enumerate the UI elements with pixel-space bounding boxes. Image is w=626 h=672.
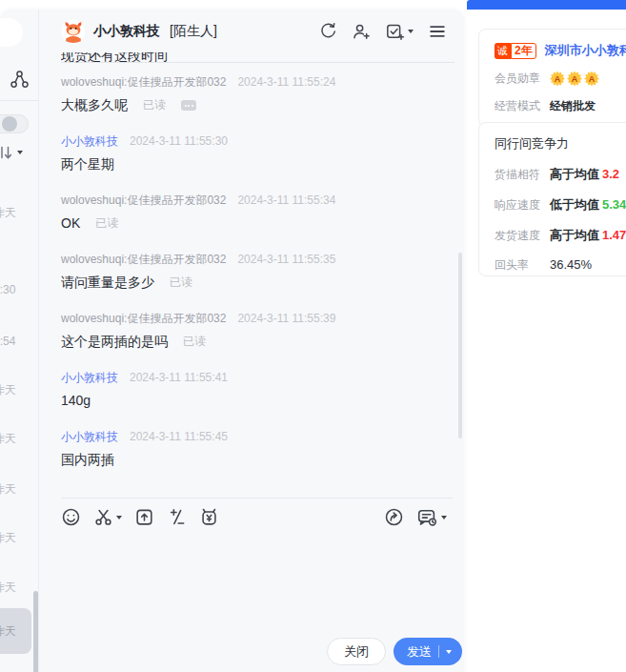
message-text: 国内两插 — [61, 451, 114, 469]
send-button[interactable]: 发送 — [394, 638, 462, 665]
medal-label: 会员勋章 — [495, 71, 550, 87]
message-more-icon[interactable] — [181, 100, 196, 111]
screenshot-button[interactable] — [93, 507, 122, 527]
header-actions — [319, 22, 447, 41]
chevron-down-icon[interactable] — [446, 650, 452, 654]
message-meta: woloveshuqi:促佳搜品开发部032 2024-3-11 11:55:3… — [61, 311, 454, 326]
search-pill[interactable] — [0, 18, 23, 47]
chevron-down-icon — [116, 516, 122, 519]
chevron-down-icon — [17, 151, 23, 154]
chevron-down-icon — [441, 516, 447, 519]
business-mode-row: 经营模式 经销批发 — [495, 98, 626, 114]
chevron-down-icon — [408, 30, 414, 33]
message-time: 2024-3-11 11:55:41 — [130, 370, 228, 385]
add-task-button[interactable] — [385, 22, 414, 41]
message-sender: 小小敦科技 — [61, 133, 118, 149]
chat-scrollbar[interactable] — [458, 253, 462, 438]
message-text: 140g — [61, 392, 91, 410]
stat-row: 货描相符 高于均值 3.2 — [495, 166, 626, 183]
message-text: OK — [61, 214, 80, 233]
conversation-item[interactable]: 昨天 — [0, 380, 32, 396]
chat-history-button[interactable] — [416, 507, 447, 527]
medal-icon: A — [567, 71, 582, 87]
chat-message: 小小敦科技 2024-3-11 11:55:41 140g — [61, 370, 454, 410]
conversation-item[interactable]: 昨天 — [0, 429, 32, 444]
stat-label: 回头率 — [495, 257, 550, 274]
read-receipt: 已读 — [95, 214, 118, 233]
org-chart-icon[interactable] — [9, 69, 30, 91]
stat-value: 3.2 — [602, 167, 619, 181]
sort-control[interactable] — [1, 145, 23, 160]
conversation-item[interactable]: 昨天 — [0, 578, 32, 593]
conversation-item[interactable]: 昨天 — [0, 203, 32, 218]
message-meta: 小小敦科技 2024-3-11 11:55:30 — [61, 133, 454, 149]
membership-years-badge: 2年 — [511, 43, 536, 59]
conversation-time: 昨天 — [0, 580, 16, 594]
message-time: 2024-3-11 11:55:39 — [237, 311, 335, 326]
stat-row: 响应速度 低于均值 5.34 — [495, 196, 626, 214]
seller-info-panel: 诚 2年 深圳市小小敦科技 会员勋章 AAA 经营模式 经销批发 同行间竞争力 … — [467, 0, 626, 672]
chat-history-icon — [416, 507, 438, 527]
send-button-label: 发送 — [407, 643, 432, 661]
company-name-link[interactable]: 深圳市小小敦科技 — [545, 42, 626, 59]
conversation-item[interactable]: 昨天 — [0, 608, 31, 654]
footer-buttons: 关闭 发送 — [327, 638, 462, 665]
message-meta: 小小敦科技 2024-3-11 11:55:41 — [61, 370, 454, 385]
emoji-button[interactable] — [61, 507, 81, 527]
conversation-time: 昨天 — [0, 623, 16, 640]
chat-header: 小小敦科技 [陌生人] — [39, 10, 464, 52]
message-text: 大概多久呢 — [61, 96, 128, 114]
refresh-button[interactable] — [319, 22, 337, 40]
message-meta: woloveshuqi:促佳搜品开发部032 2024-3-11 11:55:2… — [61, 74, 454, 90]
conversation-item[interactable]: 5:30 — [0, 280, 32, 295]
message-body: 两个星期 — [61, 155, 454, 173]
message-body: 大概多久呢 已读 — [61, 96, 454, 114]
message-sender: 小小敦科技 — [61, 370, 118, 385]
toggle-switch[interactable] — [0, 114, 29, 133]
message-time: 2024-3-11 11:55:35 — [237, 252, 335, 267]
competitiveness-title: 同行间竞争力 — [495, 135, 626, 153]
business-mode-label: 经营模式 — [495, 98, 550, 114]
sidebar-scrollbar[interactable] — [33, 591, 38, 672]
competitiveness-card: 同行间竞争力 货描相符 高于均值 3.2 响应速度 低于均值 5.34 发货速度… — [478, 122, 626, 276]
conversation-time: 昨天 — [0, 206, 16, 219]
payment-pouch-icon — [199, 507, 219, 527]
chat-message: woloveshuqi:促佳搜品开发部032 2024-3-11 11:55:3… — [61, 311, 454, 351]
payment-button[interactable] — [199, 507, 219, 527]
scissors-icon — [93, 507, 113, 527]
message-time: 2024-3-11 11:55:24 — [237, 74, 335, 90]
message-sender: woloveshuqi:促佳搜品开发部032 — [61, 193, 226, 208]
conversation-item[interactable]: 昨天 — [0, 479, 32, 495]
message-body: OK 已读 — [61, 214, 454, 233]
conversation-time: 昨天 — [0, 482, 16, 496]
medal-list: AAA — [550, 71, 599, 87]
add-contact-button[interactable] — [352, 22, 371, 41]
upload-image-button[interactable] — [134, 507, 154, 527]
emoji-icon — [61, 507, 81, 527]
message-text: 请问重量是多少 — [61, 274, 154, 292]
stat-text: 低于均值 — [550, 196, 599, 214]
stat-text: 高于均值 — [550, 166, 599, 183]
chat-message: woloveshuqi:促佳搜品开发部032 2024-3-11 11:55:2… — [61, 74, 454, 114]
close-button[interactable]: 关闭 — [327, 638, 386, 665]
message-sender: woloveshuqi:促佳搜品开发部032 — [61, 252, 226, 267]
message-text: 两个星期 — [61, 155, 114, 173]
company-row: 诚 2年 深圳市小小敦科技 — [495, 42, 626, 59]
chat-message: 小小敦科技 2024-3-11 11:55:45 国内两插 — [61, 429, 454, 469]
add-person-icon — [352, 22, 371, 41]
chat-window: 昨天 5:30 5:54 昨天 昨天 昨天 昨天 昨天 昨天 — [0, 10, 464, 672]
add-task-icon — [385, 22, 405, 41]
message-body: 国内两插 — [61, 451, 454, 469]
medal-row: 会员勋章 AAA — [495, 71, 626, 87]
quick-phrase-button[interactable] — [167, 507, 187, 527]
conversation-time: 5:30 — [0, 283, 15, 296]
conversation-item[interactable]: 5:54 — [0, 332, 32, 347]
contact-avatar — [61, 19, 86, 44]
medal-icon: A — [584, 71, 599, 87]
conversation-item[interactable]: 昨天 — [0, 528, 32, 543]
message-body: 这个是两插的是吗 已读 — [61, 333, 454, 351]
forward-button[interactable] — [384, 507, 404, 527]
send-button-separator — [438, 645, 439, 658]
sidebar-divider — [0, 100, 39, 101]
menu-button[interactable] — [428, 22, 447, 41]
